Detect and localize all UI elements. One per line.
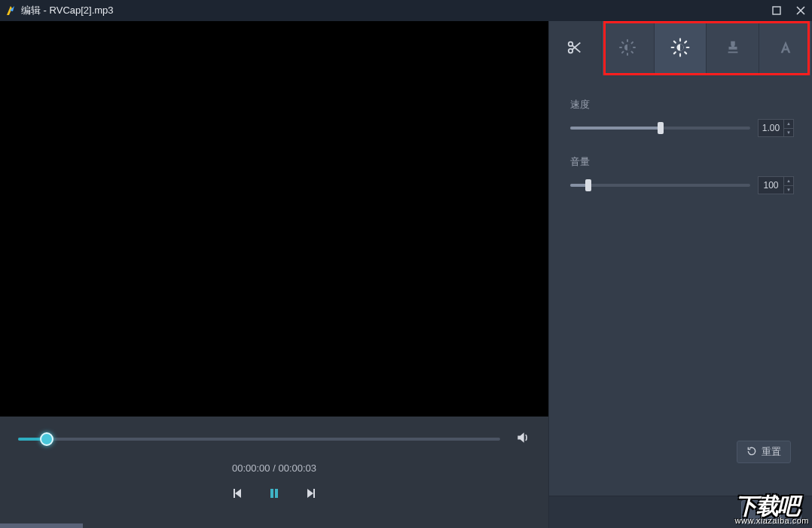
volume-down-arrow[interactable]: ▼ bbox=[784, 186, 793, 194]
svg-rect-27 bbox=[728, 51, 737, 53]
panel-volume-slider[interactable] bbox=[570, 184, 750, 187]
volume-thumb[interactable] bbox=[585, 179, 591, 191]
pause-button[interactable] bbox=[268, 487, 280, 499]
tab-cut[interactable] bbox=[549, 21, 602, 75]
speed-up-arrow[interactable]: ▲ bbox=[784, 120, 793, 129]
speed-control: 速度 1.00 ▲ ▼ bbox=[570, 98, 794, 137]
ok-button[interactable]: 确定 bbox=[741, 500, 801, 524]
total-time: 00:00:03 bbox=[278, 462, 316, 474]
step-back-button[interactable] bbox=[232, 487, 244, 499]
tab-brightness-dim[interactable] bbox=[602, 21, 655, 75]
svg-point-6 bbox=[569, 48, 573, 53]
speed-down-arrow[interactable]: ▼ bbox=[784, 129, 793, 137]
stamp-icon bbox=[725, 39, 741, 58]
progress-slider[interactable] bbox=[18, 438, 500, 441]
reset-button[interactable]: 重置 bbox=[737, 441, 791, 463]
speed-spinbox[interactable]: 1.00 ▲ ▼ bbox=[758, 119, 794, 137]
text-icon bbox=[777, 39, 794, 58]
svg-line-24 bbox=[685, 52, 686, 53]
close-button[interactable] bbox=[794, 4, 807, 17]
tab-watermark[interactable] bbox=[707, 21, 759, 75]
svg-rect-3 bbox=[275, 489, 278, 498]
speed-value: 1.00 bbox=[759, 123, 783, 133]
svg-line-23 bbox=[674, 41, 676, 42]
svg-line-15 bbox=[622, 51, 624, 53]
scissors-icon bbox=[566, 39, 583, 58]
time-display: 00:00:00 / 00:00:03 bbox=[18, 462, 530, 474]
brightness-icon bbox=[670, 38, 690, 60]
speed-slider[interactable] bbox=[570, 127, 750, 130]
tool-tabs bbox=[549, 21, 812, 75]
preview-pane: 00:00:00 / 00:00:03 bbox=[0, 21, 548, 528]
volume-label: 音量 bbox=[570, 155, 794, 169]
volume-spinbox[interactable]: 100 ▲ ▼ bbox=[758, 176, 794, 194]
volume-icon[interactable] bbox=[515, 430, 530, 447]
window-controls bbox=[770, 0, 807, 21]
tab-brightness[interactable] bbox=[655, 21, 707, 75]
brightness-dim-icon bbox=[618, 38, 636, 59]
app-icon bbox=[5, 5, 17, 17]
volume-control: 音量 100 ▲ ▼ bbox=[570, 155, 794, 194]
volume-value: 100 bbox=[759, 180, 783, 191]
titlebar: 编辑 - RVCap[2].mp3 bbox=[0, 0, 812, 21]
player-controls: 00:00:00 / 00:00:03 bbox=[0, 417, 548, 528]
edit-panel: 速度 1.00 ▲ ▼ 音量 bbox=[548, 21, 812, 528]
svg-line-26 bbox=[685, 41, 686, 42]
svg-line-16 bbox=[632, 42, 633, 44]
video-preview[interactable] bbox=[0, 21, 549, 417]
loading-indicator bbox=[0, 523, 83, 528]
tab-text[interactable] bbox=[759, 21, 812, 75]
speed-thumb[interactable] bbox=[658, 122, 664, 134]
reset-icon bbox=[746, 446, 757, 459]
current-time: 00:00:00 bbox=[232, 462, 270, 474]
progress-thumb[interactable] bbox=[40, 432, 53, 446]
step-forward-button[interactable] bbox=[304, 487, 316, 499]
speed-label: 速度 bbox=[570, 98, 794, 111]
svg-point-5 bbox=[569, 41, 573, 46]
action-bar: 确定 bbox=[549, 496, 812, 528]
svg-line-25 bbox=[674, 52, 676, 53]
window-title: 编辑 - RVCap[2].mp3 bbox=[21, 4, 114, 17]
volume-up-arrow[interactable]: ▲ bbox=[784, 177, 793, 186]
svg-rect-0 bbox=[773, 7, 780, 14]
ok-label: 确定 bbox=[762, 506, 781, 517]
svg-line-13 bbox=[622, 42, 624, 44]
reset-label: 重置 bbox=[762, 445, 781, 459]
svg-rect-2 bbox=[270, 489, 273, 498]
maximize-button[interactable] bbox=[770, 4, 783, 17]
svg-rect-1 bbox=[234, 489, 235, 498]
svg-line-14 bbox=[632, 51, 633, 53]
svg-rect-4 bbox=[313, 489, 315, 498]
